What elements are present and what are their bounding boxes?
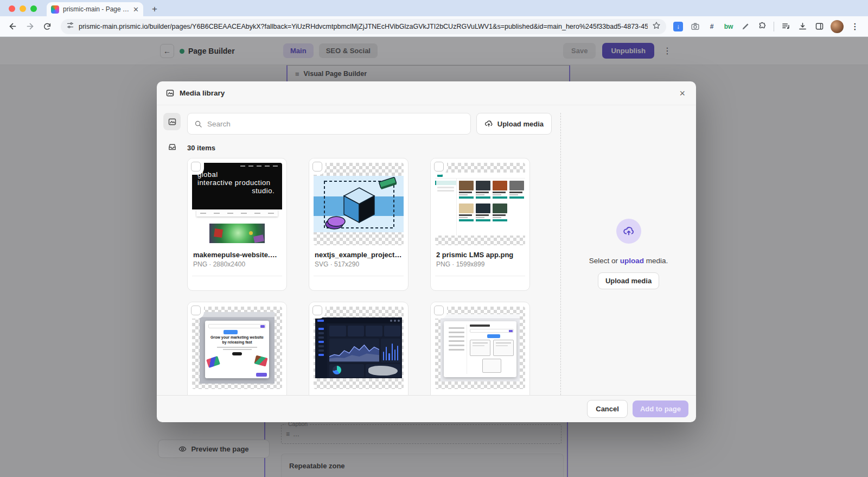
media-source-rail bbox=[157, 105, 187, 395]
tab-close-icon[interactable]: ✕ bbox=[133, 6, 139, 13]
extensions-row: ↓ # bw ⋮ bbox=[673, 20, 863, 33]
url-text[interactable]: prismic-main.prismic.io/builder/pages/Y6… bbox=[79, 23, 648, 30]
search-placeholder: Search bbox=[207, 120, 231, 128]
add-to-page-button[interactable]: Add to page bbox=[633, 400, 688, 417]
maximize-window-button[interactable] bbox=[30, 5, 37, 12]
thumbnail-docs bbox=[435, 307, 525, 389]
integrations-tab[interactable] bbox=[163, 138, 181, 155]
cloud-upload-icon bbox=[484, 119, 493, 128]
media-filename: makemepulse-website.png bbox=[193, 251, 281, 259]
media-card-nextjs[interactable]: nextjs_example_projects.svg SVG · 517x29… bbox=[309, 158, 409, 291]
thumbnail-lms bbox=[435, 163, 525, 245]
close-window-button[interactable] bbox=[9, 5, 15, 12]
upload-media-label: Upload media bbox=[497, 120, 544, 128]
side-upload-media-button[interactable]: Upload media bbox=[598, 272, 659, 289]
media-card-lms[interactable]: 2 prismic LMS app.png PNG · 1599x899 bbox=[430, 158, 530, 291]
media-checkbox[interactable] bbox=[191, 162, 201, 171]
search-icon bbox=[194, 120, 202, 128]
search-input[interactable]: Search bbox=[187, 113, 471, 135]
thumbnail-marketing: Grow your marketing website by releasing… bbox=[192, 307, 282, 389]
media-checkbox[interactable] bbox=[312, 306, 322, 315]
pencil-extension-icon[interactable] bbox=[740, 21, 751, 32]
upload-link[interactable]: upload bbox=[620, 257, 644, 265]
downloader-extension-icon[interactable]: ↓ bbox=[673, 22, 683, 31]
side-panel-icon[interactable] bbox=[814, 21, 825, 32]
close-modal-icon[interactable]: × bbox=[677, 87, 687, 99]
selection-side-panel: Select or upload media. Upload media bbox=[560, 113, 696, 395]
url-bar[interactable]: prismic-main.prismic.io/builder/pages/Y6… bbox=[61, 19, 666, 34]
library-images-tab[interactable] bbox=[163, 113, 181, 130]
new-tab-button[interactable]: + bbox=[149, 3, 161, 15]
downloads-icon[interactable] bbox=[797, 21, 808, 32]
window-controls[interactable] bbox=[9, 5, 37, 12]
modal-title: Media library bbox=[180, 89, 225, 97]
browser-tab[interactable]: prismic-main - Page Builder ✕ bbox=[47, 2, 143, 16]
media-filename: 2 prismic LMS app.png bbox=[436, 251, 524, 259]
forward-icon[interactable] bbox=[23, 20, 37, 34]
media-card-makemepulse[interactable]: global interactive production studio. ma… bbox=[187, 158, 287, 291]
extensions-puzzle-icon[interactable] bbox=[757, 21, 768, 32]
select-or-upload-text: Select or upload media. bbox=[589, 257, 668, 265]
media-library-modal: Media library × Search Upload media bbox=[157, 81, 696, 422]
prismic-favicon-icon bbox=[51, 5, 59, 14]
browser-menu-icon[interactable]: ⋮ bbox=[850, 21, 860, 32]
thumbnail-dashboard bbox=[314, 307, 404, 389]
minimize-window-button[interactable] bbox=[20, 5, 26, 12]
browser-toolbar: prismic-main.prismic.io/builder/pages/Y6… bbox=[0, 16, 868, 37]
reload-icon[interactable] bbox=[40, 20, 54, 34]
thumbnail-makemepulse: global interactive production studio. bbox=[192, 163, 282, 245]
media-checkbox[interactable] bbox=[434, 306, 444, 315]
media-grid: global interactive production studio. ma… bbox=[187, 158, 552, 395]
items-count: 30 items bbox=[187, 144, 552, 152]
thumbnail-nextjs bbox=[314, 163, 404, 245]
images-icon bbox=[168, 117, 177, 126]
media-checkbox[interactable] bbox=[312, 162, 322, 171]
hash-extension-icon[interactable]: # bbox=[706, 21, 717, 32]
back-icon[interactable] bbox=[5, 20, 20, 34]
modal-header: Media library × bbox=[157, 81, 696, 105]
media-card-dashboard[interactable] bbox=[309, 302, 409, 395]
media-checkbox[interactable] bbox=[191, 306, 201, 315]
media-filemeta: PNG · 2880x2400 bbox=[193, 260, 281, 268]
media-controls-icon[interactable] bbox=[780, 21, 791, 32]
camera-extension-icon[interactable] bbox=[690, 21, 700, 32]
cloud-upload-icon bbox=[623, 225, 635, 237]
upload-media-button[interactable]: Upload media bbox=[476, 113, 552, 135]
site-info-icon[interactable] bbox=[66, 21, 74, 31]
cancel-button[interactable]: Cancel bbox=[587, 400, 628, 418]
tray-icon bbox=[168, 142, 177, 151]
media-filename: nextjs_example_projects.svg bbox=[315, 251, 403, 259]
media-card-docs[interactable] bbox=[430, 302, 530, 395]
upload-circle bbox=[616, 219, 641, 244]
tab-title: prismic-main - Page Builder bbox=[63, 5, 129, 13]
profile-avatar[interactable] bbox=[831, 20, 844, 33]
bookmark-star-icon[interactable] bbox=[652, 21, 661, 32]
media-library-icon bbox=[165, 88, 175, 98]
media-filemeta: SVG · 517x290 bbox=[315, 260, 403, 268]
media-card-marketing[interactable]: Grow your marketing website by releasing… bbox=[187, 302, 287, 395]
modal-footer: Cancel Add to page bbox=[157, 395, 696, 422]
media-filemeta: PNG · 1599x899 bbox=[436, 260, 524, 268]
browser-tab-strip: prismic-main - Page Builder ✕ + bbox=[0, 0, 868, 16]
bw-extension-icon[interactable]: bw bbox=[723, 21, 734, 32]
media-checkbox[interactable] bbox=[434, 162, 444, 171]
